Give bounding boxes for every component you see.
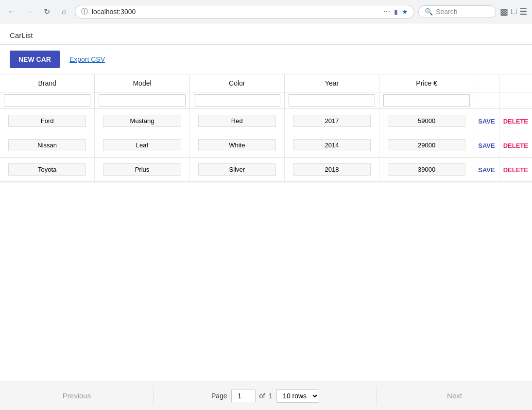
reload-button[interactable]: ↻ <box>40 5 53 18</box>
table-row: SAVEDELETE <box>0 109 532 133</box>
cell-delete-2: DELETE <box>499 158 532 182</box>
delete-button-0[interactable]: DELETE <box>503 118 528 125</box>
filter-price-cell <box>379 92 474 109</box>
input-price-2[interactable] <box>388 163 465 176</box>
filter-model-input[interactable] <box>99 94 185 107</box>
cell-year-2 <box>284 158 379 182</box>
forward-button[interactable]: → <box>22 5 36 18</box>
delete-button-2[interactable]: DELETE <box>503 166 528 174</box>
toolbar: NEW CAR Export CSV <box>0 45 532 74</box>
search-icon: 🔍 <box>425 8 433 16</box>
filter-year-cell <box>284 92 379 109</box>
input-year-1[interactable] <box>293 139 371 151</box>
pocket-icon[interactable]: ▮ <box>394 8 398 16</box>
cell-save-0: SAVE <box>474 109 499 133</box>
cell-delete-0: DELETE <box>499 109 532 133</box>
new-car-button[interactable]: NEW CAR <box>10 51 60 68</box>
filter-price-input[interactable] <box>383 94 470 107</box>
filter-row <box>0 92 532 109</box>
filter-year-input[interactable] <box>289 94 375 107</box>
cell-model-0 <box>95 109 189 133</box>
page-title: CarList <box>10 31 33 39</box>
input-price-1[interactable] <box>388 139 465 151</box>
cell-model-2 <box>95 158 189 182</box>
input-model-2[interactable] <box>103 163 181 176</box>
save-button-0[interactable]: SAVE <box>478 118 495 125</box>
info-icon: ⓘ <box>81 7 88 16</box>
input-model-1[interactable] <box>103 139 181 151</box>
input-year-0[interactable] <box>293 115 371 127</box>
cell-color-2 <box>189 158 284 182</box>
home-button[interactable]: ⌂ <box>57 5 71 18</box>
filter-brand-input[interactable] <box>4 94 90 107</box>
filter-color-cell <box>189 92 284 109</box>
address-bar[interactable]: ⓘ localhost:3000 ⋯ ▮ ★ <box>75 5 414 18</box>
table-row: SAVEDELETE <box>0 158 532 182</box>
search-bar[interactable]: 🔍 Search <box>418 5 496 18</box>
cell-brand-2 <box>0 158 95 182</box>
browser-actions: ▩ □ ☰ <box>500 6 527 17</box>
export-csv-button[interactable]: Export CSV <box>69 55 105 63</box>
cell-model-1 <box>95 133 189 158</box>
cell-price-1 <box>379 133 474 158</box>
col-delete-header <box>499 74 532 92</box>
cell-year-0 <box>284 109 379 133</box>
cell-brand-1 <box>0 133 95 158</box>
address-actions: ⋯ ▮ ★ <box>383 8 408 16</box>
library-icon[interactable]: ▩ <box>500 6 508 17</box>
cell-delete-1: DELETE <box>499 133 532 158</box>
save-button-1[interactable]: SAVE <box>478 142 495 149</box>
filter-brand-cell <box>0 92 95 109</box>
filter-delete-cell <box>499 92 532 109</box>
col-brand: Brand <box>0 74 95 92</box>
input-year-2[interactable] <box>293 163 371 176</box>
table-body: SAVEDELETESAVEDELETESAVEDELETE <box>0 109 532 182</box>
filter-color-input[interactable] <box>194 94 280 107</box>
bookmark-icon[interactable]: ★ <box>402 8 408 16</box>
save-button-2[interactable]: SAVE <box>478 166 495 174</box>
cell-brand-0 <box>0 109 95 133</box>
cell-color-0 <box>189 109 284 133</box>
col-price: Price € <box>379 74 474 92</box>
back-button[interactable]: ← <box>5 5 18 18</box>
cell-save-1: SAVE <box>474 133 499 158</box>
input-price-0[interactable] <box>388 115 465 127</box>
col-year: Year <box>284 74 379 92</box>
table-row: SAVEDELETE <box>0 133 532 158</box>
menu-icon[interactable]: ☰ <box>519 6 527 17</box>
col-model: Model <box>95 74 189 92</box>
input-color-2[interactable] <box>198 163 276 176</box>
input-brand-0[interactable] <box>8 115 86 127</box>
filter-save-cell <box>474 92 499 109</box>
cell-save-2: SAVE <box>474 158 499 182</box>
input-brand-2[interactable] <box>8 163 86 176</box>
browser-chrome: ← → ↻ ⌂ ⓘ localhost:3000 ⋯ ▮ ★ 🔍 Search … <box>0 0 532 23</box>
input-color-1[interactable] <box>198 139 276 151</box>
input-color-0[interactable] <box>198 115 276 127</box>
cell-price-2 <box>379 158 474 182</box>
url-text: localhost:3000 <box>92 8 379 16</box>
input-model-0[interactable] <box>103 115 181 127</box>
cell-year-1 <box>284 133 379 158</box>
cell-price-0 <box>379 109 474 133</box>
search-placeholder: Search <box>436 8 457 16</box>
col-color: Color <box>189 74 284 92</box>
input-brand-1[interactable] <box>8 139 86 151</box>
table-header-row: Brand Model Color Year Price € <box>0 74 532 92</box>
table-container: Brand Model Color Year Price € SAVEDELET… <box>0 74 532 182</box>
col-save-header <box>474 74 499 92</box>
sidebar-icon[interactable]: □ <box>511 6 516 17</box>
cars-table: Brand Model Color Year Price € SAVEDELET… <box>0 74 532 182</box>
filter-model-cell <box>95 92 189 109</box>
cell-color-1 <box>189 133 284 158</box>
more-options-icon[interactable]: ⋯ <box>383 8 390 16</box>
page-header: CarList <box>0 23 532 45</box>
delete-button-1[interactable]: DELETE <box>503 142 528 149</box>
